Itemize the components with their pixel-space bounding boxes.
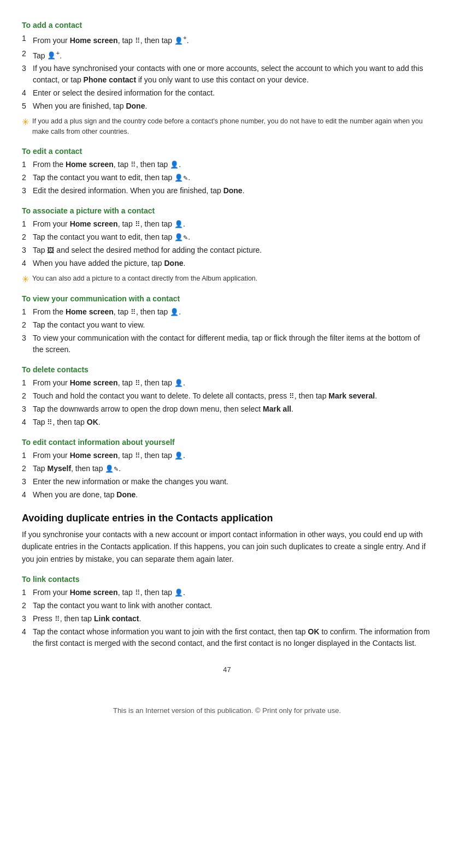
- step-content: Tap 👤+.: [33, 48, 432, 62]
- step-list-view-communication: 1 From the Home screen, tap ⠿, then tap …: [22, 306, 432, 355]
- step-list-link-contacts: 1 From your Home screen, tap ⠿, then tap…: [22, 587, 432, 649]
- step-number: 1: [22, 306, 33, 318]
- step-item: 2 Tap the contact you want to link with …: [22, 600, 432, 611]
- step-content: Press ⠿, then tap Link contact.: [33, 613, 432, 625]
- step-content: From your Home screen, tap ⠿, then tap 👤…: [33, 218, 432, 230]
- step-content: Enter the new information or make the ch…: [33, 476, 432, 487]
- section-title-associate-picture: To associate a picture with a contact: [22, 206, 432, 215]
- big-section-avoiding-duplicates: Avoiding duplicate entries in the Contac…: [22, 513, 432, 565]
- section-link-contacts: To link contacts 1 From your Home screen…: [22, 575, 432, 649]
- step-number: 4: [22, 489, 33, 501]
- step-content: Touch and hold the contact you want to d…: [33, 390, 432, 402]
- step-item: 3 Tap 🖼 and select the desired method fo…: [22, 245, 432, 256]
- step-item: 3 To view your communication with the co…: [22, 332, 432, 355]
- step-content: Tap Myself, then tap 👤✎.: [33, 463, 432, 474]
- step-number: 1: [22, 377, 33, 389]
- step-content: From your Home screen, tap ⠿, then tap 👤…: [33, 450, 432, 461]
- step-number: 3: [22, 63, 33, 86]
- section-associate-picture: To associate a picture with a contact 1 …: [22, 206, 432, 284]
- step-item: 3 Edit the desired information. When you…: [22, 185, 432, 197]
- section-edit-contact: To edit a contact 1 From the Home screen…: [22, 147, 432, 197]
- step-content: Tap the contact you want to edit, then t…: [33, 172, 432, 183]
- step-item: 2 Tap Myself, then tap 👤✎.: [22, 463, 432, 474]
- section-add-contact: To add a contact 1 From your Home screen…: [22, 21, 432, 137]
- tip-text: If you add a plus sign and the country c…: [32, 116, 432, 137]
- step-content: Tap 🖼 and select the desired method for …: [33, 245, 432, 256]
- step-number: 4: [22, 87, 33, 99]
- step-content: Tap the contact you want to edit, then t…: [33, 231, 432, 243]
- step-number: 4: [22, 626, 33, 649]
- section-title-edit-contact: To edit a contact: [22, 147, 432, 156]
- step-item: 2 Tap the contact you want to edit, then…: [22, 231, 432, 243]
- step-number: 2: [22, 172, 33, 183]
- step-content: From the Home screen, tap ⠿, then tap 👤.: [33, 159, 432, 170]
- step-list-edit-yourself: 1 From your Home screen, tap ⠿, then tap…: [22, 450, 432, 501]
- section-title-edit-yourself: To edit contact information about yourse…: [22, 438, 432, 447]
- step-number: 1: [22, 450, 33, 461]
- section-delete-contacts: To delete contacts 1 From your Home scre…: [22, 365, 432, 428]
- step-item: 4 When you are done, tap Done.: [22, 489, 432, 501]
- tip-icon: ✳: [22, 274, 29, 284]
- step-content: Enter or select the desired information …: [33, 87, 432, 99]
- step-number: 1: [22, 218, 33, 230]
- tip-text: You can also add a picture to a contact …: [32, 274, 257, 284]
- page-footer: This is an Internet version of this publ…: [22, 706, 432, 715]
- step-item: 3 If you have synchronised your contacts…: [22, 63, 432, 86]
- step-number: 5: [22, 100, 33, 112]
- step-item: 1 From your Home screen, tap ⠿, then tap…: [22, 587, 432, 598]
- step-item: 2 Touch and hold the contact you want to…: [22, 390, 432, 402]
- step-number: 2: [22, 319, 33, 331]
- step-number: 3: [22, 245, 33, 256]
- step-number: 1: [22, 33, 33, 46]
- step-item: 1 From the Home screen, tap ⠿, then tap …: [22, 306, 432, 318]
- step-number: 3: [22, 613, 33, 625]
- step-content: Tap the contact you want to link with an…: [33, 600, 432, 611]
- step-content: From your Home screen, tap ⠿, then tap 👤…: [33, 33, 432, 46]
- step-number: 3: [22, 476, 33, 487]
- step-content: From the Home screen, tap ⠿, then tap 👤.: [33, 306, 432, 318]
- section-edit-yourself: To edit contact information about yourse…: [22, 438, 432, 501]
- step-number: 2: [22, 231, 33, 243]
- section-title-add-contact: To add a contact: [22, 21, 432, 29]
- step-item: 3 Tap the downwards arrow to open the dr…: [22, 403, 432, 415]
- step-item: 3 Enter the new information or make the …: [22, 476, 432, 487]
- step-content: Tap the contact whose information you wa…: [33, 626, 432, 649]
- step-item: 3 Press ⠿, then tap Link contact.: [22, 613, 432, 625]
- step-list-add-contact: 1 From your Home screen, tap ⠿, then tap…: [22, 33, 432, 112]
- step-number: 2: [22, 463, 33, 474]
- tip-icon: ✳: [22, 117, 29, 127]
- tip-box-picture: ✳ You can also add a picture to a contac…: [22, 274, 432, 284]
- step-item: 2 Tap 👤+.: [22, 48, 432, 62]
- step-content: Edit the desired information. When you a…: [33, 185, 432, 197]
- section-title-delete-contacts: To delete contacts: [22, 365, 432, 374]
- step-item: 4 Tap the contact whose information you …: [22, 626, 432, 649]
- step-item: 4 Tap ⠿, then tap OK.: [22, 417, 432, 428]
- step-content: If you have synchronised your contacts w…: [33, 63, 432, 86]
- step-item: 5 When you are finished, tap Done.: [22, 100, 432, 112]
- step-item: 1 From your Home screen, tap ⠿, then tap…: [22, 450, 432, 461]
- step-item: 1 From the Home screen, tap ⠿, then tap …: [22, 159, 432, 170]
- step-number: 3: [22, 403, 33, 415]
- step-content: From your Home screen, tap ⠿, then tap 👤…: [33, 587, 432, 598]
- step-content: When you are finished, tap Done.: [33, 100, 432, 112]
- step-content: From your Home screen, tap ⠿, then tap 👤…: [33, 377, 432, 389]
- step-number: 1: [22, 587, 33, 598]
- step-number: 1: [22, 159, 33, 170]
- page-number: 47: [22, 665, 432, 674]
- step-item: 1 From your Home screen, tap ⠿, then tap…: [22, 33, 432, 46]
- step-number: 3: [22, 185, 33, 197]
- step-number: 4: [22, 258, 33, 269]
- step-number: 2: [22, 600, 33, 611]
- step-content: Tap ⠿, then tap OK.: [33, 417, 432, 428]
- step-number: 4: [22, 417, 33, 428]
- step-list-delete-contacts: 1 From your Home screen, tap ⠿, then tap…: [22, 377, 432, 428]
- step-content: When you have added the picture, tap Don…: [33, 258, 432, 269]
- step-content: Tap the downwards arrow to open the drop…: [33, 403, 432, 415]
- step-item: 1 From your Home screen, tap ⠿, then tap…: [22, 377, 432, 389]
- step-number: 3: [22, 332, 33, 355]
- step-number: 2: [22, 48, 33, 62]
- big-section-heading: Avoiding duplicate entries in the Contac…: [22, 513, 432, 524]
- big-section-para: If you synchronise your contacts with a …: [22, 528, 432, 565]
- step-item: 4 When you have added the picture, tap D…: [22, 258, 432, 269]
- step-list-associate-picture: 1 From your Home screen, tap ⠿, then tap…: [22, 218, 432, 269]
